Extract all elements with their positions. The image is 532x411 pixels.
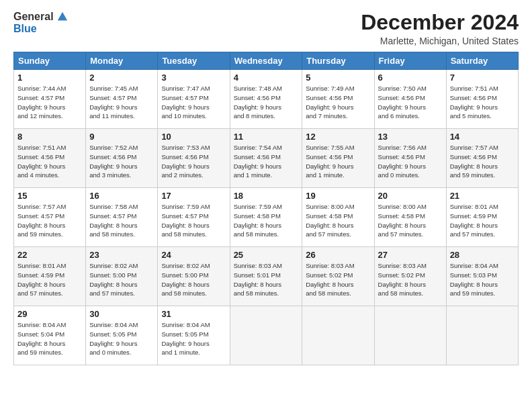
- calendar-cell: 18Sunrise: 7:59 AM Sunset: 4:58 PM Dayli…: [230, 188, 302, 247]
- calendar-cell: 15Sunrise: 7:57 AM Sunset: 4:57 PM Dayli…: [14, 188, 86, 247]
- calendar-cell: 16Sunrise: 7:58 AM Sunset: 4:57 PM Dayli…: [86, 188, 158, 247]
- day-number: 24: [161, 250, 226, 260]
- day-info: Sunrise: 7:48 AM Sunset: 4:56 PM Dayligh…: [234, 84, 299, 121]
- calendar-cell: 9Sunrise: 7:52 AM Sunset: 4:56 PM Daylig…: [86, 129, 158, 188]
- calendar-table: SundayMondayTuesdayWednesdayThursdayFrid…: [13, 52, 519, 365]
- month-title: December 2024: [361, 11, 519, 34]
- page: General Blue December 2024 Marlette, Mic…: [0, 0, 532, 411]
- day-info: Sunrise: 7:47 AM Sunset: 4:57 PM Dayligh…: [161, 84, 226, 121]
- logo-blue-text: Blue: [13, 23, 37, 35]
- day-number: 23: [89, 250, 154, 260]
- day-info: Sunrise: 7:45 AM Sunset: 4:57 PM Dayligh…: [89, 84, 154, 121]
- day-info: Sunrise: 7:54 AM Sunset: 4:56 PM Dayligh…: [234, 143, 299, 180]
- day-info: Sunrise: 8:03 AM Sunset: 5:02 PM Dayligh…: [378, 261, 443, 298]
- day-info: Sunrise: 7:44 AM Sunset: 4:57 PM Dayligh…: [17, 84, 82, 121]
- calendar-week-row: 29Sunrise: 8:04 AM Sunset: 5:04 PM Dayli…: [14, 306, 519, 365]
- calendar-cell: 25Sunrise: 8:03 AM Sunset: 5:01 PM Dayli…: [230, 247, 302, 306]
- calendar-cell: [374, 306, 446, 365]
- calendar-cell: 21Sunrise: 8:01 AM Sunset: 4:59 PM Dayli…: [446, 188, 518, 247]
- day-number: 25: [234, 250, 299, 260]
- calendar-cell: 23Sunrise: 8:02 AM Sunset: 5:00 PM Dayli…: [86, 247, 158, 306]
- calendar-header-monday: Monday: [86, 52, 158, 70]
- calendar-cell: 7Sunrise: 7:51 AM Sunset: 4:56 PM Daylig…: [446, 70, 518, 129]
- calendar-cell: 5Sunrise: 7:49 AM Sunset: 4:56 PM Daylig…: [302, 70, 374, 129]
- day-info: Sunrise: 7:59 AM Sunset: 4:58 PM Dayligh…: [234, 202, 299, 239]
- day-number: 6: [378, 73, 443, 83]
- day-number: 3: [161, 73, 226, 83]
- calendar-cell: 3Sunrise: 7:47 AM Sunset: 4:57 PM Daylig…: [158, 70, 230, 129]
- day-info: Sunrise: 8:04 AM Sunset: 5:05 PM Dayligh…: [89, 320, 154, 357]
- day-number: 17: [161, 191, 226, 201]
- day-number: 2: [89, 73, 154, 83]
- day-info: Sunrise: 8:02 AM Sunset: 5:00 PM Dayligh…: [161, 261, 226, 298]
- calendar-cell: 2Sunrise: 7:45 AM Sunset: 4:57 PM Daylig…: [86, 70, 158, 129]
- calendar-cell: 27Sunrise: 8:03 AM Sunset: 5:02 PM Dayli…: [374, 247, 446, 306]
- day-number: 7: [450, 73, 515, 83]
- calendar-cell: 24Sunrise: 8:02 AM Sunset: 5:00 PM Dayli…: [158, 247, 230, 306]
- day-number: 11: [234, 132, 299, 142]
- day-number: 10: [161, 132, 226, 142]
- day-info: Sunrise: 8:01 AM Sunset: 4:59 PM Dayligh…: [450, 202, 515, 239]
- day-info: Sunrise: 7:57 AM Sunset: 4:56 PM Dayligh…: [450, 143, 515, 180]
- calendar-week-row: 8Sunrise: 7:51 AM Sunset: 4:56 PM Daylig…: [14, 129, 519, 188]
- day-info: Sunrise: 8:03 AM Sunset: 5:01 PM Dayligh…: [234, 261, 299, 298]
- day-number: 28: [450, 250, 515, 260]
- day-info: Sunrise: 8:01 AM Sunset: 4:59 PM Dayligh…: [17, 261, 82, 298]
- calendar-cell: 29Sunrise: 8:04 AM Sunset: 5:04 PM Dayli…: [14, 306, 86, 365]
- day-info: Sunrise: 7:51 AM Sunset: 4:56 PM Dayligh…: [17, 143, 82, 180]
- day-number: 27: [378, 250, 443, 260]
- day-number: 21: [450, 191, 515, 201]
- calendar-cell: [446, 306, 518, 365]
- calendar-cell: 28Sunrise: 8:04 AM Sunset: 5:03 PM Dayli…: [446, 247, 518, 306]
- day-number: 14: [450, 132, 515, 142]
- day-number: 12: [306, 132, 370, 142]
- calendar-cell: 17Sunrise: 7:59 AM Sunset: 4:57 PM Dayli…: [158, 188, 230, 247]
- day-number: 4: [234, 73, 299, 83]
- calendar-cell: 22Sunrise: 8:01 AM Sunset: 4:59 PM Dayli…: [14, 247, 86, 306]
- day-number: 19: [306, 191, 370, 201]
- logo-icon: [56, 11, 69, 23]
- calendar-cell: 20Sunrise: 8:00 AM Sunset: 4:58 PM Dayli…: [374, 188, 446, 247]
- day-info: Sunrise: 7:52 AM Sunset: 4:56 PM Dayligh…: [89, 143, 154, 180]
- day-info: Sunrise: 7:56 AM Sunset: 4:56 PM Dayligh…: [378, 143, 443, 180]
- day-number: 20: [378, 191, 443, 201]
- calendar-week-row: 22Sunrise: 8:01 AM Sunset: 4:59 PM Dayli…: [14, 247, 519, 306]
- day-info: Sunrise: 8:04 AM Sunset: 5:05 PM Dayligh…: [161, 320, 226, 357]
- calendar-cell: 13Sunrise: 7:56 AM Sunset: 4:56 PM Dayli…: [374, 129, 446, 188]
- day-info: Sunrise: 7:57 AM Sunset: 4:57 PM Dayligh…: [17, 202, 82, 239]
- day-info: Sunrise: 7:50 AM Sunset: 4:56 PM Dayligh…: [378, 84, 443, 121]
- calendar-cell: [230, 306, 302, 365]
- calendar-header-saturday: Saturday: [446, 52, 518, 70]
- day-number: 26: [306, 250, 370, 260]
- calendar-header-row: SundayMondayTuesdayWednesdayThursdayFrid…: [14, 52, 519, 70]
- calendar-header-thursday: Thursday: [302, 52, 374, 70]
- calendar-header-wednesday: Wednesday: [230, 52, 302, 70]
- calendar-week-row: 15Sunrise: 7:57 AM Sunset: 4:57 PM Dayli…: [14, 188, 519, 247]
- day-number: 8: [17, 132, 82, 142]
- day-info: Sunrise: 8:02 AM Sunset: 5:00 PM Dayligh…: [89, 261, 154, 298]
- day-number: 9: [89, 132, 154, 142]
- calendar-cell: 19Sunrise: 8:00 AM Sunset: 4:58 PM Dayli…: [302, 188, 374, 247]
- header: General Blue December 2024 Marlette, Mic…: [13, 11, 519, 46]
- day-info: Sunrise: 8:00 AM Sunset: 4:58 PM Dayligh…: [378, 202, 443, 239]
- day-info: Sunrise: 7:55 AM Sunset: 4:56 PM Dayligh…: [306, 143, 370, 180]
- logo-general-text: General: [13, 11, 54, 23]
- day-info: Sunrise: 8:03 AM Sunset: 5:02 PM Dayligh…: [306, 261, 370, 298]
- calendar-cell: 12Sunrise: 7:55 AM Sunset: 4:56 PM Dayli…: [302, 129, 374, 188]
- day-info: Sunrise: 7:51 AM Sunset: 4:56 PM Dayligh…: [450, 84, 515, 121]
- day-number: 22: [17, 250, 82, 260]
- calendar-cell: 10Sunrise: 7:53 AM Sunset: 4:56 PM Dayli…: [158, 129, 230, 188]
- calendar-week-row: 1Sunrise: 7:44 AM Sunset: 4:57 PM Daylig…: [14, 70, 519, 129]
- calendar-cell: 30Sunrise: 8:04 AM Sunset: 5:05 PM Dayli…: [86, 306, 158, 365]
- day-number: 15: [17, 191, 82, 201]
- day-info: Sunrise: 8:00 AM Sunset: 4:58 PM Dayligh…: [306, 202, 370, 239]
- calendar-header-sunday: Sunday: [14, 52, 86, 70]
- day-number: 5: [306, 73, 370, 83]
- day-info: Sunrise: 8:04 AM Sunset: 5:03 PM Dayligh…: [450, 261, 515, 298]
- calendar-cell: 1Sunrise: 7:44 AM Sunset: 4:57 PM Daylig…: [14, 70, 86, 129]
- day-number: 1: [17, 73, 82, 83]
- calendar-cell: 6Sunrise: 7:50 AM Sunset: 4:56 PM Daylig…: [374, 70, 446, 129]
- day-info: Sunrise: 7:58 AM Sunset: 4:57 PM Dayligh…: [89, 202, 154, 239]
- calendar-cell: 4Sunrise: 7:48 AM Sunset: 4:56 PM Daylig…: [230, 70, 302, 129]
- title-block: December 2024 Marlette, Michigan, United…: [361, 11, 519, 46]
